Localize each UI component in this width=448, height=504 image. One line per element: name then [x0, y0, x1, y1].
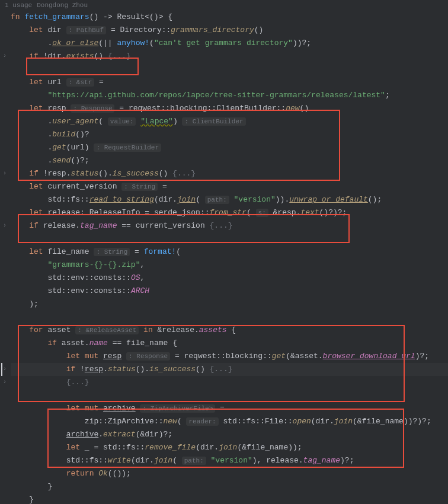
fold-arrow-icon[interactable]: ›: [3, 167, 7, 180]
type-hint: : PathBuf: [66, 26, 106, 34]
code-line[interactable]: let mut archive : ZipArchive<File> =: [11, 402, 448, 415]
fold-arrow-icon[interactable]: ›: [3, 219, 7, 232]
code-line[interactable]: "https://api.github.com/repos/lapce/tree…: [11, 89, 448, 102]
code-line[interactable]: › {...}: [11, 376, 448, 389]
type-hint: : ZipArchive<File>: [140, 404, 215, 413]
type-hint: : Response: [71, 104, 114, 113]
folded-block[interactable]: {...}: [108, 52, 131, 60]
code-line[interactable]: .get(url) : RequestBuilder: [11, 141, 448, 154]
code-line[interactable]: for asset : &ReleaseAsset in &release.as…: [11, 324, 448, 337]
code-line[interactable]: › if !dir.exists() {...}: [11, 50, 448, 63]
folded-block[interactable]: {...}: [210, 221, 233, 230]
folded-block[interactable]: {...}: [172, 169, 196, 178]
code-line[interactable]: let current_version : String =: [11, 180, 448, 193]
code-line[interactable]: return Ok(());: [11, 467, 448, 480]
code-line[interactable]: let release: ReleaseInfo = serde_json::f…: [11, 206, 448, 219]
code-line[interactable]: › if !resp.status().is_success() {...}: [11, 167, 448, 180]
param-hint: s:: [256, 209, 268, 217]
code-line[interactable]: .send()?;: [11, 154, 448, 167]
code-line[interactable]: let file_name : String = format!(: [11, 245, 448, 259]
code-line[interactable]: if asset.name == file_name {: [11, 337, 448, 350]
code-line[interactable]: zip::ZipArchive::new( reader: std::fs::F…: [11, 415, 448, 428]
code-line[interactable]: .user_agent( value: "Lapce") : ClientBui…: [11, 115, 448, 128]
code-line[interactable]: let mut resp : Response = reqwest::block…: [11, 350, 448, 363]
param-hint: path:: [205, 196, 229, 204]
fold-arrow-icon[interactable]: ›: [3, 50, 7, 63]
code-line[interactable]: › if release.tag_name == current_version…: [11, 219, 448, 232]
type-hint: : RequestBuilder: [94, 143, 161, 152]
author-name[interactable]: Dongdong Zhou: [37, 2, 88, 9]
code-line[interactable]: let dir : PathBuf = Directory::grammars_…: [11, 24, 448, 37]
code-line[interactable]: fn fetch_grammars() -> Result<()> {: [11, 11, 448, 24]
folded-block[interactable]: {...}: [66, 378, 89, 387]
code-line[interactable]: );: [11, 298, 448, 311]
code-line[interactable]: › if !resp.status().is_success() {...}: [11, 363, 448, 376]
type-hint: : &str: [66, 78, 95, 87]
param-hint: value:: [108, 117, 136, 126]
type-hint: : &ReleaseAsset: [75, 326, 139, 334]
code-line[interactable]: let _ = std::fs::remove_file(dir.join(&f…: [11, 441, 448, 454]
code-line[interactable]: let resp : Response = reqwest::blocking:…: [11, 102, 448, 115]
code-line[interactable]: [11, 232, 448, 245]
type-hint: : String: [121, 183, 158, 191]
usage-count[interactable]: 1 usage: [5, 2, 32, 9]
cursor-indicator: [1, 363, 2, 376]
code-line[interactable]: .build()?: [11, 128, 448, 141]
code-line[interactable]: std::fs::read_to_string(dir.join( path: …: [11, 193, 448, 206]
param-hint: reader:: [186, 417, 218, 426]
code-line[interactable]: }: [11, 480, 448, 493]
code-line[interactable]: .ok_or_else(|| anyhow!("can't get gramma…: [11, 37, 448, 50]
code-line[interactable]: "grammars-{}-{}.zip",: [11, 259, 448, 272]
type-hint: : String: [94, 248, 130, 256]
fold-arrow-icon[interactable]: ›: [3, 363, 7, 376]
code-line[interactable]: [11, 63, 448, 76]
code-line[interactable]: std::fs::write(dir.join( path: "version"…: [11, 454, 448, 467]
code-line[interactable]: archive.extract(&dir)?;: [11, 428, 448, 441]
code-line[interactable]: std::env::consts::ARCH: [11, 285, 448, 298]
code-line[interactable]: }: [11, 493, 448, 504]
type-hint: : Response: [126, 352, 170, 361]
param-hint: path:: [182, 457, 206, 465]
code-line[interactable]: std::env::consts::OS,: [11, 272, 448, 285]
code-line[interactable]: let url : &str =: [11, 76, 448, 89]
code-line[interactable]: [11, 311, 448, 324]
file-header: 1 usage Dongdong Zhou: [0, 0, 448, 11]
fold-arrow-icon[interactable]: ›: [3, 376, 7, 389]
folded-block[interactable]: {...}: [210, 365, 233, 374]
code-line[interactable]: [11, 389, 448, 402]
type-hint: : ClientBuilder: [182, 117, 245, 126]
code-editor[interactable]: fn fetch_grammars() -> Result<()> { let …: [0, 11, 448, 504]
